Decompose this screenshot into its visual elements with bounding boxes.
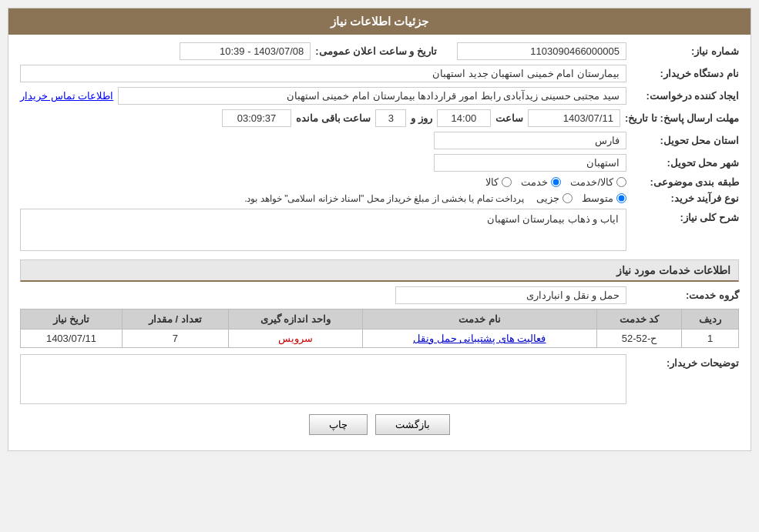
need-number-value: 1103090466000005 <box>457 42 626 60</box>
buyer-desc-row: توضیحات خریدار: <box>20 354 739 407</box>
col-header-row: ردیف <box>682 309 739 330</box>
general-desc-row: شرح کلی نیاز: ایاب و ذهاب بیمارستان استه… <box>20 209 739 253</box>
cell-date: 1403/07/11 <box>21 330 123 348</box>
services-section-header: اطلاعات خدمات مورد نیاز <box>20 259 739 282</box>
radio-jozi[interactable] <box>563 193 573 203</box>
radio-khadamat-label: خدمت <box>521 176 548 188</box>
radio-khadamat[interactable] <box>551 177 561 187</box>
radio-motawaset-label: متوسط <box>582 192 613 204</box>
category-radio-group: کالا/خدمت خدمت کالا <box>485 176 626 188</box>
city-value: استهبان <box>434 154 626 172</box>
cell-qty: 7 <box>122 330 228 348</box>
cell-code: ح-52-52 <box>596 330 681 348</box>
buyer-desc-area <box>20 354 626 407</box>
cell-name[interactable]: فعالیت های پشتیبانی حمل ونقل <box>362 330 596 348</box>
process-row: نوع فرآیند خرید: متوسط جزیی پرداخت تمام … <box>20 192 739 204</box>
announcement-date-value: 1403/07/08 - 10:39 <box>180 42 311 60</box>
category-label: طبقه بندی موضوعی: <box>631 176 739 188</box>
creator-contact-link[interactable]: اطلاعات تماس خریدار <box>20 90 113 102</box>
province-row: استان محل تحویل: فارس <box>20 132 739 149</box>
response-remaining-label: ساعت باقی مانده <box>296 112 371 124</box>
page-title: جزئیات اطلاعات نیاز <box>8 8 751 35</box>
button-row: بازگشت چاپ <box>20 414 739 435</box>
content-area: شماره نیاز: 1103090466000005 تاریخ و ساع… <box>8 35 751 450</box>
back-button[interactable]: بازگشت <box>375 414 450 435</box>
category-kala-khadamat: کالا/خدمت <box>570 176 626 188</box>
process-motawaset: متوسط <box>582 192 626 204</box>
col-header-qty: تعداد / مقدار <box>122 309 228 330</box>
process-note: پرداخت تمام یا بخشی از مبلغ خریداز محل "… <box>244 193 524 204</box>
category-row: طبقه بندی موضوعی: کالا/خدمت خدمت کالا <box>20 176 739 188</box>
process-radio-group: متوسط جزیی <box>536 192 626 204</box>
city-label: شهر محل تحویل: <box>631 157 739 169</box>
general-desc-textarea[interactable] <box>20 209 626 251</box>
main-container: جزئیات اطلاعات نیاز شماره نیاز: 11030904… <box>8 8 751 451</box>
general-desc-area: ایاب و ذهاب بیمارستان استهبان <box>20 209 626 253</box>
table-row: 1 ح-52-52 فعالیت های پشتیبانی حمل ونقل س… <box>21 330 739 348</box>
response-remaining-value: 03:09:37 <box>222 109 291 127</box>
buyer-org-label: نام دستگاه خریدار: <box>631 68 739 79</box>
header-label: جزئیات اطلاعات نیاز <box>331 15 428 28</box>
announcement-date-label: تاریخ و ساعت اعلان عمومی: <box>315 45 437 57</box>
province-value: فارس <box>434 132 626 149</box>
response-date-value: 1403/07/11 <box>528 109 620 127</box>
page-wrapper: جزئیات اطلاعات نیاز شماره نیاز: 11030904… <box>0 0 759 459</box>
radio-motawaset[interactable] <box>616 193 626 203</box>
buyer-org-row: نام دستگاه خریدار: بیمارستان امام خمینی … <box>20 65 739 82</box>
process-jozi: جزیی <box>536 192 573 204</box>
cell-row-num: 1 <box>682 330 739 348</box>
service-group-value: حمل و نقل و انباردارى <box>395 286 626 304</box>
col-header-unit: واحد اندازه گیری <box>228 309 362 330</box>
city-row: شهر محل تحویل: استهبان <box>20 154 739 172</box>
category-kala: کالا <box>485 176 512 188</box>
need-number-label: شماره نیاز: <box>631 45 739 57</box>
col-header-name: نام خدمت <box>362 309 596 330</box>
col-header-date: تاریخ نیاز <box>21 309 123 330</box>
response-time-label: ساعت <box>495 112 523 124</box>
creator-label: ایجاد کننده درخواست: <box>631 90 739 102</box>
service-group-label: گروه خدمت: <box>631 289 739 301</box>
buyer-desc-label: توضیحات خریدار: <box>631 357 739 369</box>
buyer-org-value: بیمارستان امام خمینی استهبان جدید استهبا… <box>20 65 626 82</box>
radio-kala-label: کالا <box>485 176 499 188</box>
response-deadline-row: مهلت ارسال پاسخ: تا تاریخ: 1403/07/11 سا… <box>20 109 739 127</box>
response-day-label: روز و <box>411 112 432 124</box>
response-days-value: 3 <box>375 109 406 127</box>
radio-kala-khadamat[interactable] <box>616 177 626 187</box>
cell-unit: سرویس <box>228 330 362 348</box>
service-table: ردیف کد خدمت نام خدمت واحد اندازه گیری ت… <box>20 309 739 348</box>
response-time-value: 14:00 <box>437 109 491 127</box>
buyer-desc-textarea[interactable] <box>20 354 626 404</box>
category-khadamat: خدمت <box>521 176 561 188</box>
response-deadline-label: مهلت ارسال پاسخ: تا تاریخ: <box>625 112 739 124</box>
service-group-row: گروه خدمت: حمل و نقل و انباردارى <box>20 286 739 304</box>
general-desc-label: شرح کلی نیاز: <box>631 212 739 223</box>
radio-jozi-label: جزیی <box>536 192 559 204</box>
province-label: استان محل تحویل: <box>631 135 739 146</box>
creator-value: سید مجتبی حسینی زیدآبادی رابط امور قرارد… <box>118 87 626 105</box>
print-button[interactable]: چاپ <box>309 414 368 435</box>
creator-row: ایجاد کننده درخواست: سید مجتبی حسینی زید… <box>20 87 739 105</box>
radio-kala[interactable] <box>502 177 512 187</box>
need-number-row: شماره نیاز: 1103090466000005 تاریخ و ساع… <box>20 42 739 60</box>
process-label: نوع فرآیند خرید: <box>631 192 739 204</box>
radio-kala-khadamat-label: کالا/خدمت <box>570 176 613 188</box>
col-header-code: کد خدمت <box>596 309 681 330</box>
